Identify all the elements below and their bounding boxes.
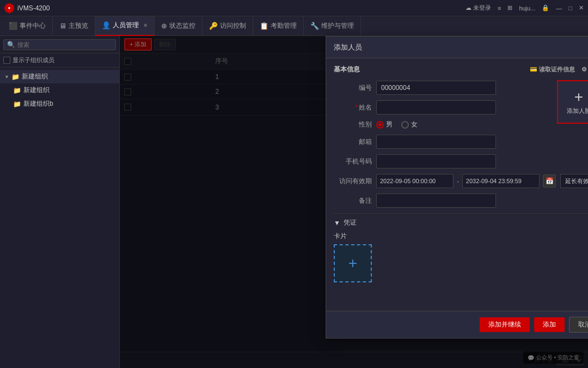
email-label: 邮箱 <box>334 137 372 147</box>
gender-female-radio[interactable]: 女 <box>401 120 418 129</box>
basic-info-label: 基本信息 <box>334 65 360 74</box>
show-members-checkbox[interactable] <box>3 57 10 64</box>
preview-icon: 🖥 <box>59 22 66 30</box>
date-row: - 📅 <box>376 174 556 188</box>
date-extend: 延长有效 永久有效 自定义 <box>560 174 588 188</box>
gender-label: 性别 <box>334 120 372 129</box>
section-divider <box>334 213 588 214</box>
valid-date-label: 访问有效期 <box>334 177 372 186</box>
nav-personnel[interactable]: 👤 人员管理 ✕ <box>95 16 155 36</box>
nav-event-center[interactable]: ⬛ 事件中心 <box>2 16 53 36</box>
add-face-label: 添加人脸 <box>567 107 588 115</box>
add-person-modal: 添加人员 ✕ 基本信息 💳 读取证件信息 ⚙ 配置 <box>326 36 588 339</box>
nav-attendance[interactable]: 📋 考勤管理 <box>253 16 304 36</box>
show-members-label: 显示子组织成员 <box>13 56 54 64</box>
tree-item-root[interactable]: ▼ 📁 新建组织 <box>0 70 119 83</box>
name-label: 姓名 <box>334 103 372 112</box>
form-row-valid-date: 访问有效期 - 📅 延长有效 永久有效 自定义 <box>334 174 588 188</box>
nav-attendance-label: 考勤管理 <box>271 21 297 31</box>
modal-overlay: 添加人员 ✕ 基本信息 💳 读取证件信息 ⚙ 配置 <box>120 36 588 368</box>
remark-input[interactable] <box>376 194 496 208</box>
read-cert-btn[interactable]: 💳 读取证件信息 <box>530 65 575 74</box>
tree-area: ▼ 📁 新建组织 📁 新建组织 📁 新建组织b <box>0 68 119 368</box>
maintenance-icon: 🔧 <box>310 22 319 30</box>
nav-status[interactable]: ⊕ 状态监控 <box>155 16 203 36</box>
modal-body: 基本信息 💳 读取证件信息 ⚙ 配置 <box>326 58 588 311</box>
close-btn[interactable]: ✕ <box>579 4 584 11</box>
id-input[interactable] <box>376 81 496 95</box>
cred-arrow-icon: ▼ <box>334 219 340 227</box>
nav-event-center-label: 事件中心 <box>20 21 46 31</box>
status-icon: ⊕ <box>161 22 167 30</box>
tree-child1-label: 新建组织 <box>23 86 50 95</box>
nav-maintenance[interactable]: 🔧 维护与管理 <box>304 16 361 36</box>
cred-section-label: 凭证 <box>344 218 357 227</box>
menu-icon[interactable]: ≡ <box>498 5 501 11</box>
id-label: 编号 <box>334 83 372 93</box>
maximize-btn[interactable]: □ <box>568 5 572 11</box>
modal-footer: 添加并继续 添加 取消 <box>326 311 588 338</box>
folder-child1-icon: 📁 <box>13 87 21 94</box>
grid-icon[interactable]: ⊞ <box>507 4 512 11</box>
cred-toggle-btn[interactable]: ▼ 凭证 <box>334 218 588 227</box>
add-card-button[interactable]: + <box>334 244 372 282</box>
access-icon: 🔑 <box>209 22 218 30</box>
remark-label: 备注 <box>334 196 372 206</box>
app-logo: ● <box>4 3 14 13</box>
folder-child2-icon: 📁 <box>13 100 21 108</box>
username[interactable]: huju... <box>519 5 535 11</box>
cloud-status[interactable]: ☁ 未登录 <box>465 4 491 12</box>
male-label: 男 <box>386 120 393 129</box>
male-radio-dot <box>376 121 384 129</box>
form-row-phone: 手机号码 <box>334 154 588 168</box>
female-radio-dot <box>401 121 409 129</box>
nav-preview[interactable]: 🖥 主预览 <box>53 16 95 36</box>
personnel-icon: 👤 <box>102 21 111 29</box>
nav-access[interactable]: 🔑 访问控制 <box>203 16 253 36</box>
card-section: 卡片 + <box>334 232 588 282</box>
modal-header: 添加人员 ✕ <box>326 37 588 58</box>
sidebar: 🔍 显示子组织成员 ▼ 📁 新建组织 📁 新建组织 📁 新建组织b <box>0 36 120 368</box>
tree-child2-label: 新建组织b <box>23 99 53 108</box>
tree-item-child2[interactable]: 📁 新建组织b <box>9 97 119 111</box>
nav-bar: ⬛ 事件中心 🖥 主预览 👤 人员管理 ✕ ⊕ 状态监控 🔑 访问控制 📋 考勤… <box>0 16 588 36</box>
add-continue-button[interactable]: 添加并继续 <box>480 317 530 332</box>
extend-select[interactable]: 延长有效 永久有效 自定义 <box>560 174 588 188</box>
date-end-input[interactable] <box>462 174 540 188</box>
config-btn[interactable]: ⚙ 配置 <box>581 65 588 74</box>
add-face-button[interactable]: + 添加人脸 <box>557 80 588 124</box>
lock-icon[interactable]: 🔒 <box>542 4 549 11</box>
show-members-row[interactable]: 显示子组织成员 <box>0 53 119 68</box>
form-row-id: 编号 <box>334 81 588 95</box>
search-input[interactable] <box>17 41 112 48</box>
nav-status-label: 状态监控 <box>169 21 195 31</box>
name-input[interactable] <box>376 100 496 114</box>
form-row-remark: 备注 <box>334 194 588 208</box>
female-label: 女 <box>411 120 418 129</box>
credentials-section: ▼ 凭证 卡片 + <box>334 218 588 282</box>
cancel-button[interactable]: 取消 <box>569 317 588 333</box>
gender-male-radio[interactable]: 男 <box>376 120 393 129</box>
form-row-email: 邮箱 <box>334 135 588 149</box>
calendar-btn[interactable]: 📅 <box>543 174 556 188</box>
nav-access-label: 访问控制 <box>220 21 246 31</box>
tree-item-child1[interactable]: 📁 新建组织 <box>9 83 119 97</box>
nav-maintenance-label: 维护与管理 <box>321 21 354 31</box>
title-bar: ● iVMS-4200 ☁ 未登录 ≡ ⊞ huju... 🔒 — □ ✕ <box>0 0 588 16</box>
attendance-icon: 📋 <box>260 22 268 30</box>
gender-group: 男 女 <box>376 120 418 129</box>
nav-personnel-close-icon[interactable]: ✕ <box>143 22 148 28</box>
gear-icon: ⚙ <box>581 66 587 73</box>
email-input[interactable] <box>376 135 496 149</box>
minimize-btn[interactable]: — <box>556 5 562 11</box>
form-row-gender: 性别 男 女 <box>334 120 588 129</box>
add-face-plus-icon: + <box>574 89 583 105</box>
search-box[interactable]: 🔍 <box>3 39 116 50</box>
tree-children: 📁 新建组织 📁 新建组织b <box>0 83 119 111</box>
id-card-icon: 💳 <box>530 66 537 73</box>
event-center-icon: ⬛ <box>9 22 17 30</box>
date-start-input[interactable] <box>376 174 454 188</box>
app-title: iVMS-4200 <box>17 4 50 12</box>
phone-input[interactable] <box>376 154 496 168</box>
add-confirm-button[interactable]: 添加 <box>534 317 565 332</box>
